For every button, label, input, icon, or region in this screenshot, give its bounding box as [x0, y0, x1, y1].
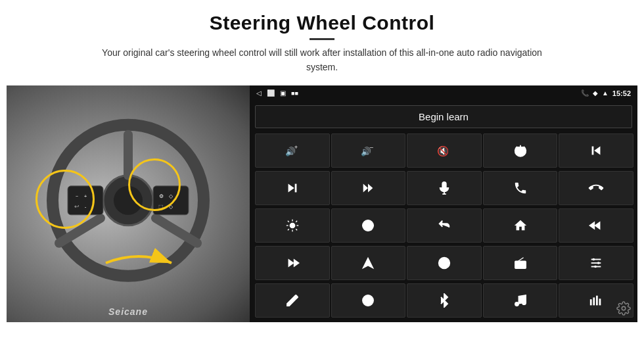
svg-rect-64 [599, 299, 601, 305]
svg-marker-22 [594, 146, 600, 155]
back-button[interactable] [407, 208, 482, 243]
svg-line-32 [288, 221, 289, 222]
yellow-arrow [99, 247, 178, 279]
status-time: 15:52 [612, 89, 631, 97]
pen-button[interactable] [255, 283, 330, 318]
vol-up-button[interactable]: 🔊+ [255, 133, 330, 168]
subtitle: Your original car's steering wheel contr… [99, 45, 545, 75]
android-panel: ◁ ⬜ ▣ ■■ 📞 ◆ ▲ 15:52 Begin learn [250, 85, 637, 322]
car-photo: + ~ - ↩ ⚙ ◇ ⬚ ◇ [7, 85, 250, 322]
phone-button[interactable] [483, 171, 558, 205]
status-right: 📞 ◆ ▲ 15:52 [581, 89, 631, 97]
svg-text:360°: 360° [367, 228, 374, 231]
location-icon: ◆ [593, 89, 598, 97]
svg-marker-27 [368, 183, 373, 192]
svg-line-33 [296, 229, 297, 230]
annotation-circle-right [128, 158, 181, 211]
svg-point-65 [622, 306, 626, 310]
vol-down-button[interactable]: 🔊– [331, 133, 406, 168]
title-divider [310, 38, 334, 40]
svg-point-59 [515, 302, 518, 306]
title-section: Steering Wheel Control Your original car… [99, 12, 545, 75]
content-area: + ~ - ↩ ⚙ ◇ ⬚ ◇ [7, 85, 637, 322]
svg-marker-44 [294, 258, 300, 267]
wifi-icon: ▲ [602, 89, 609, 97]
svg-rect-25 [294, 183, 296, 192]
next-button[interactable] [255, 171, 330, 205]
status-left: ◁ ⬜ ▣ ■■ [256, 89, 298, 97]
status-bar: ◁ ⬜ ▣ ■■ 📞 ◆ ▲ 15:52 [250, 85, 637, 101]
svg-point-29 [290, 223, 294, 227]
svg-point-54 [593, 258, 595, 260]
page-title: Steering Wheel Control [99, 12, 545, 34]
begin-learn-row: Begin learn [250, 101, 637, 132]
prev-track-button[interactable] [559, 133, 633, 168]
annotation-circle-left [35, 170, 95, 229]
phone-signal-icon: 📞 [581, 89, 589, 97]
svg-point-49 [521, 264, 524, 266]
svg-marker-46 [362, 257, 374, 269]
svg-point-58 [366, 298, 371, 302]
car-bg: + ~ - ↩ ⚙ ◇ ⬚ ◇ [7, 85, 250, 322]
mic-button[interactable] [407, 171, 482, 205]
svg-text:🔇: 🔇 [437, 145, 449, 156]
svg-rect-63 [596, 295, 598, 305]
gear-settings-button[interactable] [614, 299, 633, 318]
svg-rect-61 [590, 299, 592, 305]
svg-text:–: – [370, 144, 374, 151]
record-button[interactable] [331, 283, 406, 318]
fast-forward-button[interactable] [255, 246, 330, 280]
svg-rect-23 [592, 146, 594, 155]
sim-icon: ■■ [291, 90, 298, 97]
page-wrapper: Steering Wheel Control Your original car… [0, 0, 644, 359]
brightness-button[interactable] [255, 208, 330, 243]
bluetooth-button[interactable] [407, 283, 482, 318]
svg-line-37 [296, 221, 297, 222]
begin-learn-button[interactable]: Begin learn [255, 105, 632, 128]
hangup-button[interactable] [559, 171, 633, 205]
home-nav-icon[interactable]: ⬜ [267, 89, 275, 97]
svg-rect-62 [593, 297, 595, 305]
seicane-watermark: Seicane [108, 306, 148, 317]
svg-marker-24 [288, 183, 294, 192]
navigation-button[interactable] [331, 246, 406, 280]
svg-marker-42 [594, 221, 600, 229]
music-button[interactable] [483, 283, 558, 318]
svg-marker-43 [589, 221, 595, 229]
equalizer-button[interactable] [559, 246, 633, 280]
back-nav-icon[interactable]: ◁ [256, 89, 262, 97]
home-button[interactable] [483, 208, 558, 243]
mute-button[interactable]: 🔇 [407, 133, 482, 168]
360-view-button[interactable]: 360° [331, 208, 406, 243]
svg-line-36 [288, 229, 289, 230]
recent-nav-icon[interactable]: ▣ [280, 89, 286, 97]
radio-button[interactable] [483, 246, 558, 280]
skip-back-button[interactable] [559, 208, 633, 243]
swap-button[interactable] [407, 246, 482, 280]
svg-marker-45 [288, 258, 294, 267]
power-button[interactable] [483, 133, 558, 168]
svg-point-56 [594, 265, 597, 268]
controls-grid: 🔊+ 🔊– 🔇 [250, 132, 637, 322]
svg-point-55 [597, 262, 600, 264]
svg-text:+: + [294, 144, 298, 151]
svg-point-60 [522, 301, 526, 305]
svg-marker-26 [363, 183, 368, 192]
prev-prev-button[interactable] [331, 171, 406, 205]
